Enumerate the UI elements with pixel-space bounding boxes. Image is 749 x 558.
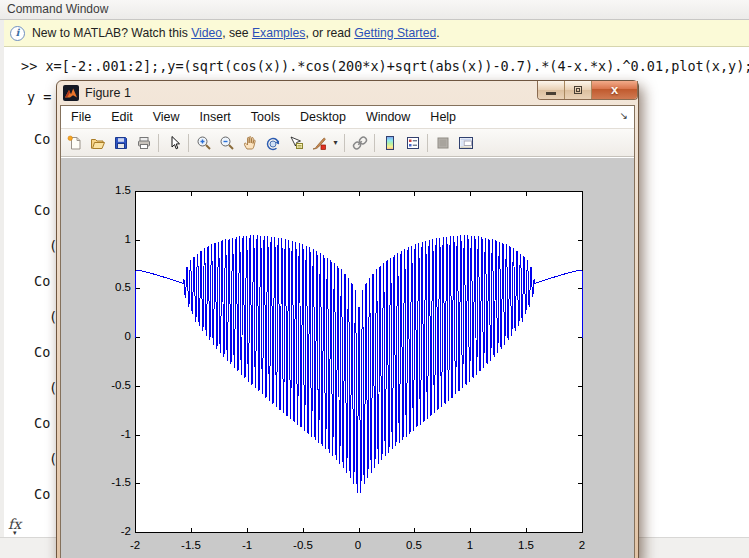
open-folder-icon [90,135,106,151]
x-tick-label: -2 [115,539,155,551]
print-figure-button[interactable] [133,132,154,153]
matlab-desktop: Command Window i New to MATLAB? Watch th… [0,0,749,558]
link-plot-button[interactable] [349,132,370,153]
x-tick-label: 1.5 [506,539,546,551]
zoom-in-icon [196,135,212,151]
menu-desktop[interactable]: Desktop [290,107,356,127]
insert-legend-button[interactable] [402,132,423,153]
menu-window[interactable]: Window [356,107,420,127]
command-window-left-border [0,20,4,558]
menu-help[interactable]: Help [420,107,466,127]
zoom-in-button[interactable] [193,132,214,153]
x-tick-label: 2 [562,539,602,551]
restore-button[interactable] [565,81,592,99]
output-fragment: Co [34,415,50,431]
fx-caret-icon: ▾ [13,529,17,537]
info-icon: i [10,26,25,41]
y-tick-label: 0.5 [91,281,131,293]
toolbar-separator [158,134,159,152]
restore-icon [572,84,584,96]
examples-link[interactable]: Examples [252,26,306,40]
data-cursor-button[interactable] [285,132,306,153]
hide-plot-tools-button[interactable] [432,132,453,153]
new-figure-icon [67,135,83,151]
menu-view[interactable]: View [143,107,190,127]
x-tick-label: 1 [450,539,490,551]
minimize-button[interactable] [538,81,565,99]
figure-menubar: File Edit View Insert Tools Desktop Wind… [61,106,634,129]
video-link[interactable]: Video [191,26,222,40]
toolbar-separator [427,134,428,152]
output-fragment: Co [34,131,50,147]
hand-icon [242,135,258,151]
rotate-3d-icon [265,135,281,151]
hide-plot-tools-icon [435,135,451,151]
new-to-matlab-banner: i New to MATLAB? Watch this Video, see E… [4,20,749,47]
y-tick-label: -2 [91,525,131,537]
edit-plot-button[interactable] [163,132,184,153]
show-plot-tools-button[interactable] [455,132,476,153]
close-icon: x [611,82,618,98]
arrow-cursor-icon [166,135,182,151]
output-fragment: Co [34,202,50,218]
getting-started-link[interactable]: Getting Started [354,26,436,40]
zoom-out-icon [219,135,235,151]
y-tick-label: 0 [91,330,131,342]
toolbar-separator [188,134,189,152]
figure-canvas: 1.5 1 0.5 0 -0.5 -1 -1.5 -2 -2 -1.5 -1 -… [61,158,634,558]
printer-icon [136,135,152,151]
figure-toolbar: ▾ [61,129,634,157]
output-variable-label: y = [27,89,51,105]
y-tick-label: 1.5 [91,184,131,196]
fx-prompt[interactable]: fx ▾ [8,515,21,533]
rotate-3d-button[interactable] [262,132,283,153]
new-figure-button[interactable] [64,132,85,153]
figure-title: Figure 1 [85,86,131,100]
output-fragment: Co [34,344,50,360]
legend-icon [405,135,421,151]
output-fragment: Co [34,273,50,289]
zoom-out-button[interactable] [216,132,237,153]
banner-text: New to MATLAB? Watch this [32,26,191,40]
brush-dropdown-arrow[interactable]: ▾ [330,132,341,153]
menu-edit[interactable]: Edit [101,107,143,127]
brush-data-button[interactable] [308,132,329,153]
x-tick-label: -1 [227,539,267,551]
window-controls: x [537,81,638,100]
pan-button[interactable] [239,132,260,153]
toolbar-separator [344,134,345,152]
menu-tools[interactable]: Tools [241,107,290,127]
figure-titlebar[interactable]: Figure 1 x [57,81,638,105]
brush-icon [311,135,327,151]
menu-insert[interactable]: Insert [190,107,241,127]
command-window-titlebar: Command Window [0,0,749,20]
open-file-button[interactable] [87,132,108,153]
colorbar-icon [382,135,398,151]
heart-plot[interactable] [135,191,583,533]
x-tick-label: -0.5 [283,539,323,551]
figure-window: Figure 1 x File Edit View Insert Tools [56,80,639,558]
menubar-overflow-arrow-icon[interactable]: ↘ [620,110,628,121]
figure-client-area: File Edit View Insert Tools Desktop Wind… [60,105,635,558]
toolbar-separator [374,134,375,152]
matlab-icon [63,85,79,101]
menu-file[interactable]: File [61,107,101,127]
x-tick-label: -1.5 [171,539,211,551]
y-tick-label: -0.5 [91,379,131,391]
close-button[interactable]: x [592,81,637,99]
command-line: >> x=[-2:.001:2];,y=(sqrt(cos(x)).*cos(2… [21,58,749,74]
y-tick-label: -1.5 [91,476,131,488]
y-tick-label: 1 [91,233,131,245]
x-tick-label: 0 [338,539,378,551]
minimize-icon [546,92,556,95]
insert-colorbar-button[interactable] [379,132,400,153]
save-figure-button[interactable] [110,132,131,153]
x-tick-label: 0.5 [394,539,434,551]
show-plot-tools-icon [458,135,474,151]
y-tick-label: -1 [91,428,131,440]
data-cursor-icon [288,135,304,151]
save-floppy-icon [113,135,129,151]
output-fragment: Co [34,486,50,502]
link-chain-icon [352,135,368,151]
